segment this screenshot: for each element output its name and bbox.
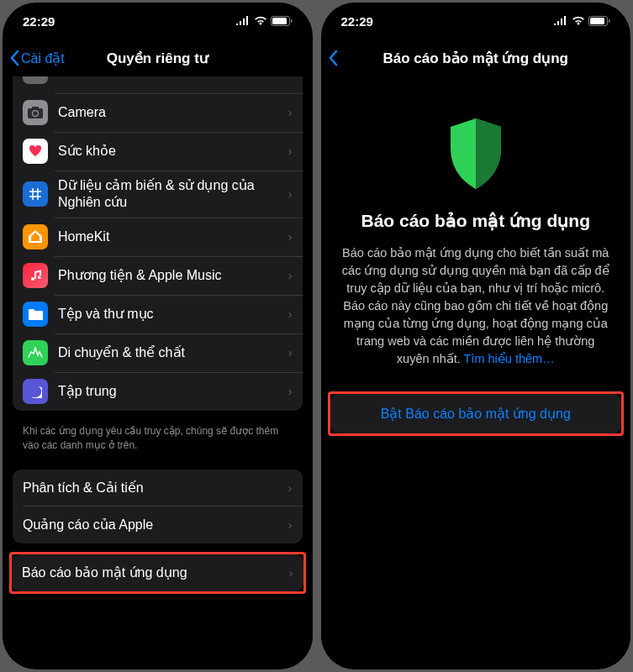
research-icon (23, 181, 48, 207)
wifi-icon (254, 16, 267, 26)
svg-rect-5 (32, 107, 39, 109)
chevron-right-icon: › (288, 269, 293, 282)
learn-more-link[interactable]: Tìm hiểu thêm… (464, 352, 555, 365)
feature-heading: Báo cáo bảo mật ứng dụng (341, 211, 611, 231)
feature-panel: Báo cáo bảo mật ứng dụng Báo cáo bảo mật… (321, 76, 631, 368)
list-item-focus[interactable]: Tập trung › (13, 372, 303, 411)
list-item-research[interactable]: Dữ liệu cảm biến & sử dụng của Nghiên cứ… (13, 171, 303, 218)
list-item-camera[interactable]: Camera › (13, 93, 303, 132)
health-icon (23, 139, 48, 164)
chevron-right-icon: › (288, 385, 293, 398)
chevron-right-icon: › (288, 346, 293, 360)
feature-body: Báo cáo bảo mật ứng dụng cho biết tần su… (341, 244, 611, 368)
chevron-left-icon (328, 50, 338, 66)
svg-rect-1 (272, 18, 287, 24)
chevron-right-icon: › (288, 518, 293, 532)
list-item-fitness[interactable]: Di chuyển & thể chất › (13, 333, 303, 372)
list-item-apple-ads[interactable]: Quảng cáo của Apple › (13, 507, 303, 543)
chevron-right-icon: › (288, 187, 293, 201)
highlight-box: Bật Báo cáo bảo mật ứng dụng (328, 391, 625, 436)
signal-icon (553, 16, 568, 26)
wifi-icon (572, 16, 585, 26)
camera-icon (23, 100, 48, 125)
list-item-media[interactable]: Phương tiện & Apple Music › (13, 256, 303, 295)
chevron-right-icon: › (288, 230, 293, 244)
chevron-right-icon: › (288, 106, 293, 119)
nav-bar: Báo cáo bảo mật ứng dụng (321, 39, 631, 76)
folder-icon (23, 302, 48, 327)
back-button[interactable]: Cài đặt (3, 50, 71, 66)
phone-left: 22:29 Cài đặt Quyền riêng tư › Camera (3, 3, 313, 669)
status-bar: 22:29 (321, 3, 631, 39)
list-item-privacy-report[interactable]: Báo cáo bảo mật ứng dụng › (12, 554, 303, 591)
status-time: 22:29 (341, 14, 373, 29)
shield-icon (341, 118, 611, 189)
list-item-files[interactable]: Tệp và thư mục › (13, 295, 303, 333)
list-item[interactable]: › (13, 76, 303, 93)
list-footer: Khi các ứng dụng yêu cầu truy cập, chúng… (3, 419, 313, 461)
chevron-right-icon: › (288, 144, 293, 158)
chevron-right-icon: › (288, 76, 293, 78)
back-label: Cài đặt (21, 50, 65, 66)
chevron-right-icon: › (289, 566, 293, 580)
chevron-right-icon: › (288, 307, 293, 321)
nav-bar: Cài đặt Quyền riêng tư (3, 39, 313, 76)
enable-report-button[interactable]: Bật Báo cáo bảo mật ứng dụng (330, 394, 622, 433)
battery-icon (271, 16, 293, 26)
battery-icon (588, 16, 610, 26)
list-item-analytics[interactable]: Phân tích & Cải tiến › (13, 470, 303, 507)
analytics-group: Phân tích & Cải tiến › Quảng cáo của App… (13, 470, 303, 543)
privacy-report-group: Báo cáo bảo mật ứng dụng › (12, 554, 303, 591)
privacy-list: › Camera › Sức khỏe › Dữ liệu c (13, 76, 303, 411)
signal-icon (235, 16, 251, 26)
fitness-icon (23, 340, 48, 365)
svg-rect-8 (609, 19, 610, 23)
scroll-content[interactable]: Báo cáo bảo mật ứng dụng Báo cáo bảo mật… (321, 76, 631, 669)
generic-icon (23, 76, 48, 84)
list-item-homekit[interactable]: HomeKit › (13, 218, 303, 256)
highlight-box: Báo cáo bảo mật ứng dụng › (9, 552, 306, 594)
music-icon (23, 263, 48, 288)
phone-right: 22:29 Báo cáo bảo mật ứng dụng Báo cáo b… (321, 3, 631, 669)
page-title: Quyền riêng tư (107, 50, 208, 67)
chevron-left-icon (9, 50, 19, 66)
focus-icon (23, 379, 48, 404)
status-indicators (553, 16, 610, 26)
chevron-right-icon: › (288, 481, 293, 495)
svg-rect-7 (590, 18, 604, 24)
status-indicators (235, 16, 293, 26)
status-bar: 22:29 (3, 3, 313, 39)
scroll-content[interactable]: › Camera › Sức khỏe › Dữ liệu c (3, 76, 313, 669)
page-title: Báo cáo bảo mật ứng dụng (383, 50, 569, 67)
back-button[interactable] (321, 50, 345, 66)
status-time: 22:29 (23, 14, 55, 29)
list-item-health[interactable]: Sức khỏe › (13, 132, 303, 171)
svg-rect-2 (291, 19, 293, 23)
homekit-icon (23, 224, 48, 249)
